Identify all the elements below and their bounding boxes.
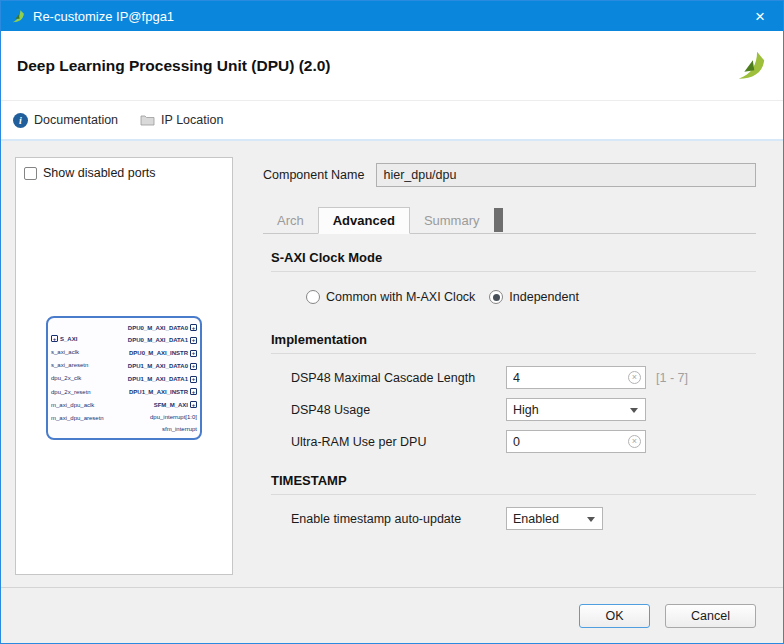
component-name-label: Component Name — [263, 168, 364, 182]
dsp48-cascade-input[interactable] — [506, 366, 646, 389]
clear-icon[interactable]: × — [628, 371, 641, 384]
radio-common-maxi-clock[interactable]: Common with M-AXI Clock — [306, 290, 475, 304]
recustomize-ip-dialog: Re-customize IP@fpga1 × Deep Learning Pr… — [0, 0, 784, 644]
diagram-port: m_axi_dpu_aclk — [51, 402, 104, 408]
diagram-right-ports: DPU0_M_AXI_DATA0+ DPU0_M_AXI_DATA1+ DPU0… — [128, 322, 197, 434]
close-icon: × — [755, 8, 765, 25]
section-saxi-clock-mode: S-AXI Clock Mode — [271, 250, 756, 272]
interface-expand-icon: + — [51, 335, 58, 342]
radio-unchecked-icon[interactable] — [306, 290, 320, 304]
tab-summary[interactable]: Summary — [410, 208, 494, 233]
section-implementation: Implementation — [271, 332, 756, 354]
tab-strip-edge — [494, 208, 503, 232]
dsp48-cascade-label: DSP48 Maximal Cascade Length — [291, 371, 506, 385]
interface-expand-icon: + — [190, 388, 197, 395]
vivado-app-icon — [9, 8, 26, 25]
interface-expand-icon: + — [190, 337, 197, 344]
title-bar[interactable]: Re-customize IP@fpga1 × — [1, 1, 783, 31]
diagram-port: +S_AXI — [51, 335, 104, 342]
dialog-footer: OK Cancel — [1, 587, 783, 643]
radio-common-label: Common with M-AXI Clock — [326, 290, 475, 304]
radio-checked-icon[interactable] — [489, 290, 503, 304]
interface-expand-icon: + — [190, 401, 197, 408]
dialog-body: Show disabled ports +S_AXI s_axi_aclk s_… — [1, 141, 783, 589]
timestamp-auto-update-label: Enable timestamp auto-update — [291, 512, 506, 526]
dsp48-usage-label: DSP48 Usage — [291, 403, 506, 417]
tab-strip: Arch Advanced Summary — [263, 205, 756, 234]
diagram-port: SFM_M_AXI+ — [154, 401, 197, 408]
page-title: Deep Learning Processing Unit (DPU) (2.0… — [17, 57, 331, 75]
ports-preview-panel: Show disabled ports +S_AXI s_axi_aclk s_… — [15, 157, 233, 575]
tab-arch[interactable]: Arch — [263, 208, 318, 233]
dsp48-cascade-row: DSP48 Maximal Cascade Length × [1 - 7] — [291, 366, 756, 389]
interface-expand-icon: + — [190, 350, 197, 357]
show-disabled-ports-label: Show disabled ports — [43, 166, 156, 180]
radio-independent-label: Independent — [509, 290, 579, 304]
diagram-port: DPU0_M_AXI_DATA0+ — [128, 324, 197, 331]
show-disabled-ports[interactable]: Show disabled ports — [24, 166, 156, 180]
component-name-row: Component Name — [263, 163, 756, 187]
diagram-port: DPU0_M_AXI_DATA1+ — [128, 337, 197, 344]
chevron-down-icon — [630, 408, 638, 413]
window-title: Re-customize IP@fpga1 — [33, 9, 174, 24]
diagram-port: DPU1_M_AXI_INSTR+ — [129, 388, 197, 395]
diagram-port: s_axi_aresetn — [51, 362, 104, 368]
folder-icon — [140, 114, 155, 126]
close-button[interactable]: × — [737, 1, 783, 31]
dsp48-usage-select[interactable]: High — [506, 398, 646, 421]
advanced-tab-panel: S-AXI Clock Mode Common with M-AXI Clock… — [249, 234, 769, 589]
diagram-port: sfm_interrupt — [162, 426, 197, 432]
radio-independent[interactable]: Independent — [489, 290, 579, 304]
config-area: Component Name Arch Advanced Summary S-A… — [249, 141, 769, 589]
timestamp-auto-update-select[interactable]: Enabled — [506, 507, 603, 530]
diagram-port: DPU1_M_AXI_DATA0+ — [128, 363, 197, 370]
clear-icon[interactable]: × — [628, 435, 641, 448]
diagram-port: dpu_interrupt[1:0] — [150, 414, 197, 420]
info-icon: i — [13, 113, 28, 128]
diagram-port: DPU1_M_AXI_DATA1+ — [128, 376, 197, 383]
dialog-toolbar: i Documentation IP Location — [1, 101, 783, 141]
diagram-port: s_axi_aclk — [51, 349, 104, 355]
chevron-down-icon — [587, 517, 595, 522]
ultra-ram-label: Ultra-RAM Use per DPU — [291, 435, 506, 449]
documentation-label: Documentation — [34, 113, 118, 127]
diagram-port: m_axi_dpu_aresetn — [51, 415, 104, 421]
clock-mode-options: Common with M-AXI Clock Independent — [306, 290, 769, 304]
ultra-ram-input[interactable] — [506, 430, 646, 453]
ok-button[interactable]: OK — [579, 604, 650, 628]
ip-location-button[interactable]: IP Location — [140, 113, 223, 127]
timestamp-auto-update-value: Enabled — [513, 512, 559, 526]
ip-location-label: IP Location — [161, 113, 223, 127]
ultra-ram-row: Ultra-RAM Use per DPU × — [291, 430, 756, 453]
dsp48-cascade-range-hint: [1 - 7] — [656, 371, 688, 385]
dsp48-usage-row: DSP48 Usage High — [291, 398, 756, 421]
xilinx-logo — [733, 49, 767, 83]
interface-expand-icon: + — [190, 324, 197, 331]
interface-expand-icon: + — [190, 363, 197, 370]
timestamp-auto-update-row: Enable timestamp auto-update Enabled — [291, 507, 756, 530]
tab-advanced[interactable]: Advanced — [318, 207, 410, 234]
dialog-header: Deep Learning Processing Unit (DPU) (2.0… — [1, 31, 783, 101]
diagram-port: DPU0_M_AXI_INSTR+ — [129, 350, 197, 357]
component-name-input[interactable] — [376, 163, 756, 187]
diagram-port: dpu_2x_clk — [51, 375, 104, 381]
interface-expand-icon: + — [190, 376, 197, 383]
cancel-button[interactable]: Cancel — [665, 604, 756, 628]
diagram-left-ports: +S_AXI s_axi_aclk s_axi_aresetn dpu_2x_c… — [51, 322, 104, 434]
checkbox-icon[interactable] — [24, 167, 37, 180]
section-timestamp: TIMESTAMP — [271, 473, 756, 495]
diagram-port: dpu_2x_resetn — [51, 389, 104, 395]
documentation-button[interactable]: i Documentation — [13, 113, 118, 128]
ip-block-diagram[interactable]: +S_AXI s_axi_aclk s_axi_aresetn dpu_2x_c… — [46, 316, 202, 440]
dsp48-usage-value: High — [513, 403, 539, 417]
